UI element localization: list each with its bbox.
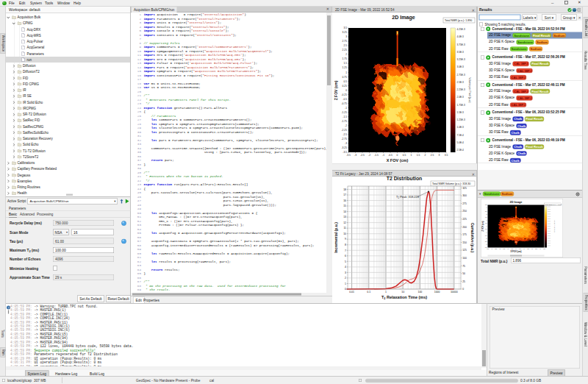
svg-text:9: 9 — [345, 238, 346, 241]
svg-text:1.25E-3: 1.25E-3 — [457, 118, 465, 121]
svg-text:0: 0 — [487, 225, 487, 227]
svg-text:13: 13 — [343, 216, 346, 218]
svg-text:2: 2 — [532, 248, 533, 249]
svg-text:-2.5: -2.5 — [360, 154, 365, 157]
svg-text:-2: -2 — [499, 248, 501, 249]
svg-text:2: 2 — [487, 213, 487, 215]
svg-text:T2 Distribution: T2 Distribution — [387, 177, 423, 181]
svg-text:-0.75: -0.75 — [341, 102, 347, 105]
svg-text:Total NMR (p.u.): 1.896: Total NMR (p.u.): 1.896 — [545, 204, 562, 205]
svg-text:1: 1 — [385, 291, 387, 294]
svg-text:-2: -2 — [486, 238, 487, 239]
svg-text:0: 0 — [397, 154, 398, 157]
svg-text:100: 100 — [462, 257, 467, 260]
svg-text:3: 3 — [439, 154, 440, 157]
svg-text:1: 1 — [411, 154, 412, 157]
svg-text:Z FOV (cm): Z FOV (cm) — [334, 80, 338, 100]
svg-text:Cumulative (p.u.): Cumulative (p.u.) — [470, 223, 475, 253]
svg-text:17: 17 — [343, 193, 346, 196]
svg-text:3.25: 3.25 — [343, 31, 348, 34]
svg-text:5.0E-4: 5.0E-4 — [457, 141, 465, 144]
svg-text:-1: -1 — [382, 154, 384, 157]
svg-text:-1.5: -1.5 — [484, 235, 487, 236]
svg-text:3.5E-3: 3.5E-3 — [457, 51, 465, 54]
svg-text:4: 4 — [345, 266, 346, 269]
svg-text:-2: -2 — [368, 154, 370, 157]
svg-text:0.01: 0.01 — [349, 291, 354, 294]
svg-text:-1: -1 — [345, 107, 347, 110]
svg-text:3.5: 3.5 — [445, 154, 448, 157]
svg-text:2: 2 — [425, 154, 426, 157]
svg-text:200: 200 — [462, 226, 467, 229]
svg-text:-1: -1 — [507, 248, 509, 249]
svg-text:-3: -3 — [486, 243, 487, 245]
svg-text:0.5: 0.5 — [485, 222, 487, 224]
svg-text:1.0E-3: 1.0E-3 — [457, 126, 465, 129]
svg-text:3: 3 — [487, 207, 487, 208]
svg-text:1.5: 1.5 — [417, 154, 420, 157]
svg-text:325: 325 — [462, 187, 467, 190]
svg-text:3.5: 3.5 — [343, 26, 347, 29]
svg-text:300: 300 — [462, 194, 467, 197]
svg-text:4.25E-3: 4.25E-3 — [457, 28, 465, 31]
svg-text:2.25: 2.25 — [343, 49, 348, 51]
svg-text:15: 15 — [343, 205, 346, 207]
svg-text:1.75E-3: 1.75E-3 — [457, 104, 465, 107]
svg-text:-1.25: -1.25 — [341, 111, 347, 114]
svg-text:11: 11 — [343, 227, 346, 230]
svg-text:2: 2 — [345, 53, 347, 56]
svg-text:-3: -3 — [354, 154, 356, 157]
svg-text:2D Image: 2D Image — [392, 15, 415, 21]
svg-text:-0.5: -0.5 — [388, 154, 392, 157]
svg-text:3: 3 — [345, 35, 347, 38]
svg-text:0.25: 0.25 — [343, 85, 348, 88]
svg-text:1.75: 1.75 — [343, 57, 348, 60]
svg-text:2.5: 2.5 — [485, 210, 487, 212]
svg-text:2.75E-3: 2.75E-3 — [457, 74, 465, 77]
svg-text:2.5: 2.5 — [343, 44, 347, 47]
svg-text:100: 100 — [417, 291, 422, 294]
svg-text:7.5E-4: 7.5E-4 — [457, 134, 465, 137]
svg-text:0.75: 0.75 — [343, 76, 348, 79]
svg-text:-2.5: -2.5 — [484, 241, 487, 242]
svg-text:1.5: 1.5 — [485, 216, 487, 218]
svg-text:Total NMR (p.u.): 1.890: Total NMR (p.u.): 1.890 — [445, 19, 472, 22]
svg-text:Total NMR Volume (p.u.): 318.3: Total NMR Volume (p.u.): 318.30 — [432, 182, 470, 185]
svg-text:2D Image: 2D Image — [510, 201, 523, 204]
svg-text:3.75E-3: 3.75E-3 — [457, 43, 465, 46]
svg-text:X FOV (cm): X FOV (cm) — [387, 158, 409, 163]
svg-text:-0.25: -0.25 — [341, 93, 347, 96]
svg-text:10: 10 — [343, 232, 346, 235]
svg-text:0: 0 — [345, 288, 346, 291]
svg-text:-1.75: -1.75 — [341, 120, 347, 123]
svg-text:-3.25: -3.25 — [341, 146, 347, 149]
svg-text:1: 1 — [345, 71, 347, 74]
svg-text:125: 125 — [462, 249, 467, 252]
svg-text:-2.25: -2.25 — [341, 129, 347, 132]
svg-text:12: 12 — [343, 221, 346, 224]
svg-text:-2: -2 — [345, 124, 347, 127]
svg-text:225: 225 — [462, 218, 467, 221]
svg-text:3.5: 3.5 — [485, 204, 487, 205]
svg-text:6: 6 — [345, 255, 346, 257]
svg-text:2.5E-3: 2.5E-3 — [457, 81, 465, 84]
svg-text:1: 1 — [345, 282, 346, 285]
svg-text:1.5E-3: 1.5E-3 — [457, 111, 465, 114]
svg-text:Z FOV (cm): Z FOV (cm) — [481, 221, 484, 231]
svg-text:-3: -3 — [345, 142, 347, 145]
svg-text:0: 0 — [516, 248, 517, 249]
svg-text:2.5: 2.5 — [535, 248, 537, 249]
svg-text:8: 8 — [345, 243, 346, 246]
svg-text:Incremental (p.u.): Incremental (p.u.) — [334, 222, 338, 253]
svg-text:-2.5: -2.5 — [343, 133, 347, 136]
svg-text:0: 0 — [462, 288, 464, 291]
svg-text:175: 175 — [462, 233, 467, 236]
svg-text:275: 275 — [462, 202, 467, 205]
svg-text:150: 150 — [462, 241, 467, 244]
svg-text:-0.5: -0.5 — [511, 248, 513, 249]
svg-text:1.25: 1.25 — [343, 66, 348, 69]
svg-text:5: 5 — [345, 260, 346, 263]
svg-text:2.25E-3: 2.25E-3 — [457, 88, 465, 91]
svg-text:3.25E-3: 3.25E-3 — [457, 58, 465, 61]
svg-text:2.5E-4: 2.5E-4 — [457, 149, 465, 152]
